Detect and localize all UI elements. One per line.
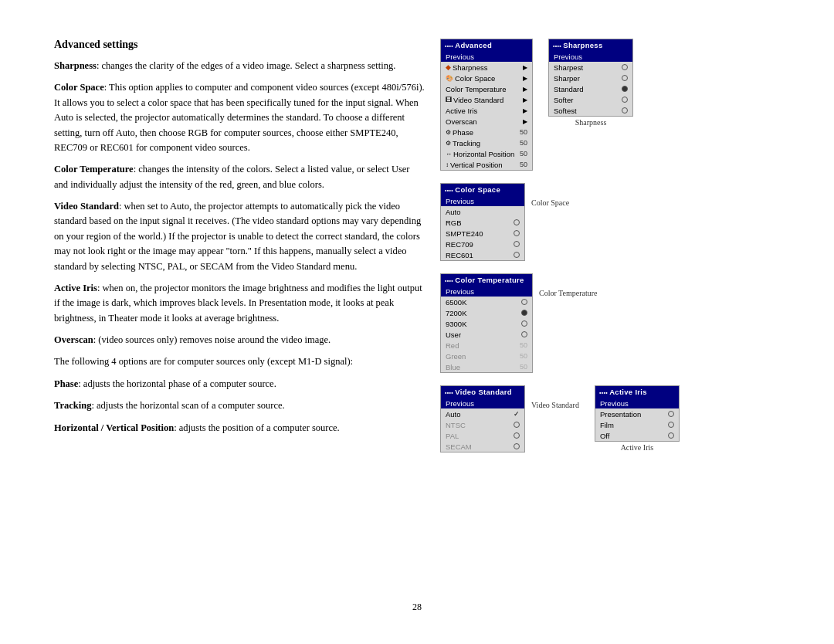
- sharpness-menu: Sharpness Previous Sharpest Sharper Stan…: [548, 39, 633, 117]
- active-iris-presentation[interactable]: Presentation: [595, 408, 679, 419]
- page: Advanced settings Sharpness: changes the…: [0, 0, 834, 644]
- active-iris-menu: Active Iris Previous Presentation Film O…: [595, 385, 680, 442]
- active-iris-film[interactable]: Film: [595, 419, 679, 430]
- para-tracking: Tracking: adjusts the horizontal scan of…: [54, 398, 425, 413]
- sharpness-standard[interactable]: Standard: [549, 83, 632, 94]
- advanced-color-space[interactable]: 🎨 Color Space ▶: [441, 73, 532, 83]
- video-standard-auto[interactable]: Auto ✓: [441, 408, 524, 419]
- color-temp-blue: Blue 50: [441, 361, 532, 372]
- color-temp-6500k[interactable]: 6500K: [441, 297, 532, 307]
- para-sharpness: Sharpness: changes the clarity of the ed…: [54, 59, 425, 73]
- color-temp-label: Color Temperature: [539, 289, 597, 297]
- color-temp-green: Green 50: [441, 351, 532, 361]
- active-iris-inner: Active Iris Previous Presentation Film O…: [595, 385, 680, 452]
- color-space-smpte240[interactable]: SMPTE240: [441, 228, 524, 239]
- color-space-previous[interactable]: Previous: [441, 195, 524, 206]
- sharpness-previous[interactable]: Previous: [549, 51, 632, 62]
- advanced-previous[interactable]: Previous: [441, 51, 532, 62]
- page-number: 28: [54, 602, 780, 613]
- section-title: Advanced settings: [54, 39, 425, 51]
- color-temp-title: Color Temperature: [441, 274, 532, 286]
- color-space-menu: Color Space Previous Auto RGB SMPTE240 R…: [440, 183, 525, 261]
- color-temp-user[interactable]: User: [441, 329, 532, 340]
- video-standard-group: Video Standard Previous Auto ✓ NTSC PAL: [440, 385, 579, 452]
- advanced-tracking[interactable]: ⚙ Tracking 50: [441, 137, 532, 148]
- active-iris-caption: Active Iris: [595, 443, 680, 452]
- sharpness-sharpest[interactable]: Sharpest: [549, 62, 632, 73]
- sharpness-softest[interactable]: Softest: [549, 105, 632, 116]
- color-temp-7200k[interactable]: 7200K: [441, 307, 532, 318]
- color-space-title: Color Space: [441, 184, 524, 195]
- advanced-overscan[interactable]: Overscan ▶: [441, 116, 532, 127]
- active-iris-previous[interactable]: Previous: [595, 398, 679, 408]
- color-space-rec709[interactable]: REC709: [441, 239, 524, 249]
- advanced-video-standard[interactable]: 🎞 Video Standard ▶: [441, 94, 532, 105]
- active-iris-off[interactable]: Off: [595, 430, 679, 441]
- video-standard-menu: Video Standard Previous Auto ✓ NTSC PAL: [440, 385, 525, 452]
- para-overscan: Overscan: (video sources only) removes n…: [54, 333, 425, 347]
- para-4options: The following 4 options are for computer…: [54, 354, 425, 369]
- menus-column: Advanced Previous ◆ Sharpness ▶ 🎨 Color …: [440, 39, 780, 594]
- color-temp-previous[interactable]: Previous: [441, 286, 532, 297]
- para-position: Horizontal / Vertical Position: adjusts …: [54, 421, 425, 436]
- active-iris-group: Active Iris Previous Presentation Film O…: [595, 385, 680, 452]
- advanced-menu-container: Advanced Previous ◆ Sharpness ▶ 🎨 Color …: [440, 39, 533, 171]
- color-temp-red: Red 50: [441, 340, 532, 351]
- para-color-temp: Color Temperature: changes the intensity…: [54, 162, 425, 192]
- color-space-auto[interactable]: Auto: [441, 206, 524, 217]
- video-standard-label: Video Standard: [531, 401, 579, 409]
- color-space-label: Color Space: [531, 198, 569, 207]
- text-column: Advanced settings Sharpness: changes the…: [54, 39, 425, 594]
- video-standard-pal[interactable]: PAL: [441, 430, 524, 441]
- color-space-rgb[interactable]: RGB: [441, 217, 524, 228]
- sharpness-sharper[interactable]: Sharper: [549, 73, 632, 83]
- advanced-sharpness[interactable]: ◆ Sharpness ▶: [441, 62, 532, 73]
- advanced-active-iris[interactable]: Active Iris ▶: [441, 105, 532, 116]
- advanced-menu: Advanced Previous ◆ Sharpness ▶ 🎨 Color …: [440, 39, 533, 171]
- menus-mid1-row: Color Space Previous Auto RGB SMPTE240 R…: [440, 183, 780, 261]
- content-area: Advanced settings Sharpness: changes the…: [54, 39, 780, 594]
- sharpness-softer[interactable]: Softer: [549, 94, 632, 105]
- video-standard-previous[interactable]: Previous: [441, 398, 524, 408]
- para-color-space: Color Space: This option applies to comp…: [54, 80, 425, 155]
- advanced-horiz-pos[interactable]: ↔ Horizontal Position 50: [441, 148, 532, 159]
- menus-mid2-row: Color Temperature Previous 6500K 7200K 9…: [440, 273, 780, 373]
- sharpness-menu-container: Sharpness Previous Sharpest Sharper Stan…: [548, 39, 633, 171]
- video-standard-secam[interactable]: SECAM: [441, 441, 524, 452]
- active-iris-title: Active Iris: [595, 386, 679, 398]
- color-temp-group: Color Temperature Previous 6500K 7200K 9…: [440, 273, 597, 373]
- advanced-phase[interactable]: ⚙ Phase 50: [441, 127, 532, 137]
- menus-top-row: Advanced Previous ◆ Sharpness ▶ 🎨 Color …: [440, 39, 780, 171]
- advanced-color-temp[interactable]: Color Temperature ▶: [441, 83, 532, 94]
- sharpness-menu-title: Sharpness: [549, 39, 632, 51]
- color-space-rec601[interactable]: REC601: [441, 249, 524, 260]
- advanced-menu-title: Advanced: [441, 39, 532, 51]
- sharpness-caption: Sharpness: [548, 118, 633, 127]
- para-active-iris: Active Iris: when on, the projector moni…: [54, 281, 425, 326]
- color-temp-9300k[interactable]: 9300K: [441, 318, 532, 329]
- video-standard-inner: Video Standard Previous Auto ✓ NTSC PAL: [440, 385, 579, 452]
- menus-bottom-row: Video Standard Previous Auto ✓ NTSC PAL: [440, 385, 780, 452]
- advanced-vert-pos[interactable]: ↕ Vertical Position 50: [441, 159, 532, 170]
- video-standard-title: Video Standard: [441, 386, 524, 398]
- color-temp-menu: Color Temperature Previous 6500K 7200K 9…: [440, 273, 533, 373]
- color-space-group: Color Space Previous Auto RGB SMPTE240 R…: [440, 183, 569, 261]
- para-video-standard: Video Standard: when set to Auto, the pr…: [54, 199, 425, 274]
- video-standard-ntsc[interactable]: NTSC: [441, 419, 524, 430]
- para-phase: Phase: adjusts the horizontal phase of a…: [54, 377, 425, 391]
